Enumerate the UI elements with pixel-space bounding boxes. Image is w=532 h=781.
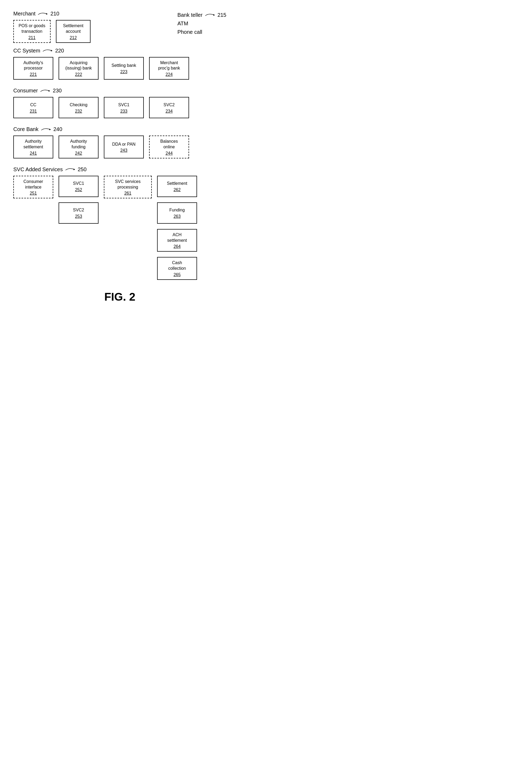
merchant-procg-num: 224 [166,72,173,77]
svc1-consumer-label: SVC1 [118,102,129,108]
bank-teller-ref: 215 [217,11,226,19]
merchant-ref: 210 [50,11,59,17]
cash-collection-box: Cash collection 265 [157,257,197,280]
svc1-svc-label: SVC1 [73,181,84,187]
core-bank-block: Core Bank 240 Authority settlement 241 A… [13,126,226,158]
consumer-label-text: Consumer [13,88,38,94]
core-bank-section-label: Core Bank 240 [13,126,226,132]
svc-added-ref: 250 [78,166,86,172]
svc-added-label-text: SVC Added Services [13,166,63,172]
dda-pan-box: DDA or PAN 243 [104,135,144,158]
bank-teller-arrow-icon [205,13,215,17]
consumer-ref: 230 [53,88,62,94]
authority-settlement-box: Authority settlement 241 [13,135,53,158]
svg-marker-0 [46,13,48,15]
cc-system-row: Authority's processor 221 Acquiring (iss… [13,57,226,80]
authority-settlement-num: 241 [30,151,37,156]
consumer-interface-num: 251 [30,191,37,196]
core-bank-arrow-icon [41,128,51,131]
authority-funding-num: 242 [75,151,82,156]
consumer-block: Consumer 230 CC 231 Checking 232 SVC1 23… [13,88,226,118]
pos-num: 211 [29,35,36,40]
atm-label: ATM [177,19,226,28]
acquiring-bank-num: 222 [75,72,82,77]
fig-label: FIG. 2 [13,290,226,303]
funding-svc-num: 263 [174,214,181,219]
checking-num: 232 [75,109,82,114]
settlement-account-box: Settlement account 212 [56,20,90,43]
authority-processor-box: Authority's processor 221 [13,57,53,80]
phone-label: Phone call [177,28,226,36]
cash-collection-label: Cash collection [168,260,186,271]
consumer-row: CC 231 Checking 232 SVC1 233 SVC2 234 [13,97,226,118]
cc-system-ref: 220 [55,48,64,54]
pos-box: POS or goods transaction 211 [13,20,51,43]
merchant-row: POS or goods transaction 211 Settlement … [13,20,90,43]
funding-svc-label: Funding [169,207,185,213]
settlement-svc-box: Settlement 262 [157,176,197,197]
svc-services-num: 261 [124,191,131,196]
settling-bank-label: Settling bank [112,63,136,69]
svc1-svc-num: 252 [75,188,82,192]
svc-col-1: Consumer interface 251 [13,176,53,199]
pos-label: POS or goods transaction [18,23,45,34]
svc-added-block: SVC Added Services 250 Consumer interfac… [13,166,226,280]
consumer-arrow-icon [40,89,51,93]
settlement-account-num: 212 [70,35,77,40]
svc-col-3: SVC services processing 261 [104,176,152,199]
svg-marker-4 [49,129,51,130]
core-bank-row: Authority settlement 241 Authority fundi… [13,135,226,158]
cc-system-block: CC System 220 Authority's processor 221 … [13,48,226,80]
cc-system-arrow-icon [42,49,53,52]
cc-num: 231 [30,109,37,114]
authority-funding-box: Authority funding 242 [58,135,98,158]
bank-teller-label: Bank teller [177,11,203,19]
checking-box: Checking 232 [58,97,98,118]
authority-processor-label: Authority's processor [24,60,43,71]
cc-box: CC 231 [13,97,53,118]
core-bank-ref: 240 [53,126,62,132]
settling-bank-num: 223 [120,70,128,74]
svc-services-box: SVC services processing 261 [104,176,152,199]
svc-grid: Consumer interface 251 SVC1 252 SVC2 253… [13,176,226,280]
ach-settlement-label: ACH settlement [167,232,187,243]
balances-online-num: 244 [166,151,173,156]
dda-pan-num: 243 [120,148,128,153]
acquiring-bank-label: Acquiring (issuing) bank [65,60,92,71]
svc2-svc-num: 253 [75,214,82,219]
funding-svc-box: Funding 263 [157,202,197,224]
dda-pan-label: DDA or PAN [112,142,135,147]
merchant-section-label: Merchant 210 [13,11,90,17]
svc-col-4: Settlement 262 Funding 263 ACH settlemen… [157,176,197,280]
authority-funding-label: Authority funding [70,139,87,150]
core-bank-label-text: Core Bank [13,126,39,132]
ach-settlement-num: 264 [174,244,181,249]
svg-marker-3 [48,90,50,92]
svc1-svc-box: SVC1 252 [58,176,98,197]
svg-marker-1 [213,14,215,16]
cc-label: CC [30,102,36,108]
cash-collection-num: 265 [174,273,181,277]
svg-marker-5 [74,169,75,170]
svg-marker-2 [51,50,52,51]
svc-added-section-label: SVC Added Services 250 [13,166,226,172]
consumer-interface-box: Consumer interface 251 [13,176,53,199]
svc-col-2: SVC1 252 SVC2 253 [58,176,98,224]
svc2-consumer-num: 234 [166,109,173,114]
acquiring-bank-box: Acquiring (issuing) bank 222 [58,57,98,80]
svc1-consumer-box: SVC1 233 [104,97,144,118]
authority-settlement-label: Authority settlement [24,139,43,150]
svc2-svc-box: SVC2 253 [58,202,98,224]
balances-online-label: Balances online [160,139,178,150]
svc2-svc-label: SVC2 [73,207,84,213]
merchant-procg-label: Merchant proc'g bank [158,60,180,71]
balances-online-box: Balances online 244 [149,135,189,158]
authority-processor-num: 221 [30,72,37,77]
cc-system-label-text: CC System [13,48,40,54]
ach-settlement-box: ACH settlement 264 [157,229,197,252]
cc-system-label: CC System 220 [13,48,226,54]
merchant-procg-box: Merchant proc'g bank 224 [149,57,189,80]
settlement-svc-label: Settlement [167,181,187,187]
bank-teller-block: Bank teller 215 ATM Phone call [177,11,226,43]
merchant-label-text: Merchant [13,11,35,17]
